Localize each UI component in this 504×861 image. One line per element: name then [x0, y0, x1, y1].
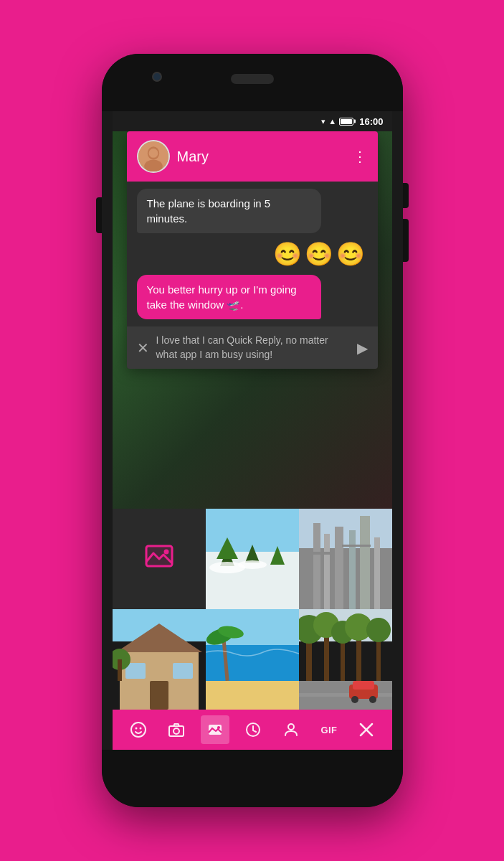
svg-rect-30: [150, 681, 168, 710]
svg-rect-32: [118, 659, 122, 681]
bottom-toolbar: GIF: [113, 710, 392, 750]
send-button[interactable]: ▶: [357, 339, 368, 357]
chat-background: Mary ⋮ The plane is boarding in 5 minute…: [113, 131, 392, 509]
chat-header: Mary ⋮: [127, 131, 378, 182]
volume-down-button: [403, 219, 409, 262]
status-time: 16:00: [359, 116, 383, 127]
gallery-icon: [143, 540, 175, 578]
photo-item-beach[interactable]: [206, 609, 299, 710]
gif-toolbar-button[interactable]: GIF: [315, 719, 343, 741]
contact-name: Mary: [177, 149, 346, 165]
svg-point-56: [131, 723, 146, 737]
phone-device: ▾ ▲ 16:00: [102, 54, 403, 807]
contact-toolbar-button[interactable]: [277, 715, 305, 744]
photo-grid-top: [113, 509, 392, 609]
more-options-icon[interactable]: ⋮: [353, 148, 368, 165]
svg-rect-29: [173, 663, 193, 679]
battery-icon: [339, 118, 353, 126]
history-toolbar-button[interactable]: [239, 715, 267, 744]
phone-bottom-bar: [102, 750, 403, 807]
emoji-3: 😊: [336, 240, 365, 268]
svg-rect-19: [335, 527, 343, 609]
photo-item-snow[interactable]: [206, 509, 299, 609]
svg-rect-18: [324, 534, 330, 609]
volume-button: [96, 197, 102, 233]
status-bar: ▾ ▲ 16:00: [113, 111, 392, 131]
chat-popup: Mary ⋮ The plane is boarding in 5 minute…: [127, 131, 378, 369]
svg-rect-23: [313, 552, 335, 555]
close-reply-button[interactable]: ✕: [137, 339, 149, 357]
svg-point-2: [144, 160, 163, 173]
photo-picker: [113, 509, 392, 710]
svg-rect-51: [299, 693, 392, 697]
status-icons: ▾ ▲ 16:00: [321, 116, 383, 127]
svg-point-14: [238, 560, 267, 569]
photo-item-house[interactable]: [113, 609, 206, 710]
reply-area: ✕ I love that I can Quick Reply, no matt…: [127, 326, 378, 369]
power-button: [403, 183, 409, 208]
photo-grid-bottom: [113, 609, 392, 710]
emoji-toolbar-button[interactable]: [124, 715, 153, 744]
svg-point-57: [135, 728, 138, 730]
svg-point-49: [366, 618, 391, 642]
phone-screen: ▾ ▲ 16:00: [113, 111, 392, 750]
signal-icon: ▲: [328, 117, 336, 126]
svg-point-64: [288, 724, 294, 730]
svg-point-6: [163, 549, 168, 554]
photo-item-industrial[interactable]: [299, 509, 392, 609]
svg-point-62: [217, 726, 220, 729]
svg-rect-21: [360, 516, 370, 609]
svg-rect-53: [353, 681, 374, 690]
messages-area: The plane is boarding in 5 minutes. 😊 😊 …: [127, 182, 378, 326]
earpiece-speaker: [231, 74, 274, 84]
sent-message-text-1: You better hurry up or I'm going take th…: [147, 283, 297, 311]
camera-toolbar-button[interactable]: [162, 715, 191, 744]
photo-item-trees[interactable]: [299, 609, 392, 710]
svg-point-55: [369, 696, 376, 703]
emoji-2: 😊: [305, 240, 333, 268]
received-message-text-1: The plane is boarding in 5 minutes.: [147, 197, 271, 225]
emoji-row: 😊 😊 😊: [137, 240, 368, 268]
svg-rect-35: [206, 681, 299, 710]
emoji-1: 😊: [273, 240, 302, 268]
svg-rect-20: [349, 530, 356, 609]
svg-point-54: [351, 696, 358, 703]
svg-point-60: [173, 728, 179, 734]
close-toolbar-button[interactable]: [353, 716, 380, 743]
phone-top-bar: [102, 54, 403, 111]
avatar: [137, 140, 170, 173]
received-message-1: The plane is boarding in 5 minutes.: [137, 189, 322, 233]
wifi-icon: ▾: [321, 117, 325, 126]
open-gallery-button[interactable]: [113, 509, 206, 609]
avatar-face: [138, 141, 168, 171]
gallery-toolbar-button[interactable]: [201, 715, 229, 744]
svg-point-58: [140, 728, 142, 730]
reply-input-text[interactable]: I love that I can Quick Reply, no matter…: [156, 334, 350, 362]
svg-rect-22: [374, 537, 380, 609]
front-camera: [152, 72, 162, 82]
sent-message-1: You better hurry up or I'm going take th…: [137, 275, 322, 319]
svg-rect-17: [313, 523, 320, 609]
svg-rect-24: [342, 545, 371, 547]
svg-point-3: [148, 149, 158, 158]
gif-label: GIF: [320, 725, 337, 735]
